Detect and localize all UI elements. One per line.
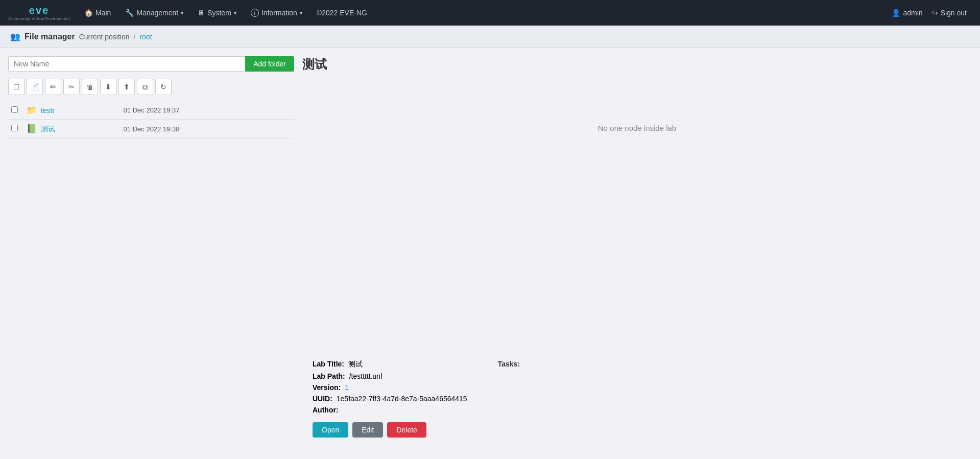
row-date-col: 01 Dec 2022 19:37 bbox=[121, 101, 294, 120]
lab-author-label: Author: bbox=[313, 406, 339, 414]
lab-uuid-label: UUID: bbox=[313, 395, 332, 403]
nav-item-information[interactable]: i Information ▾ bbox=[245, 0, 308, 26]
breadcrumb-separator: / bbox=[134, 33, 136, 41]
navbar-right: 👤 admin ↪ Sign out bbox=[892, 9, 972, 17]
edit-button[interactable]: ✏ bbox=[45, 79, 61, 95]
lab-title-value: 测试 bbox=[348, 360, 363, 368]
lab-path-label: Lab Path: bbox=[313, 372, 345, 380]
dropdown-arrow-system: ▾ bbox=[234, 10, 236, 16]
row-checkbox[interactable] bbox=[11, 106, 18, 113]
wrench-icon: 🔧 bbox=[125, 9, 134, 17]
row-date-col: 01 Dec 2022 19:38 bbox=[121, 120, 294, 139]
lab-icon: 📗 bbox=[27, 124, 37, 133]
refresh-button[interactable]: ↻ bbox=[155, 79, 172, 95]
lab-author-row: Author: bbox=[313, 406, 467, 414]
table-row: 📁 testr 01 Dec 2022 19:37 bbox=[8, 101, 294, 120]
cut-button[interactable]: ✂ bbox=[63, 79, 80, 95]
row-checkbox[interactable] bbox=[11, 125, 18, 131]
admin-user[interactable]: 👤 admin bbox=[892, 9, 922, 17]
new-name-input[interactable] bbox=[8, 56, 245, 72]
signout-icon: ↪ bbox=[932, 9, 938, 17]
copyright: ©2022 EVE-NG bbox=[310, 9, 373, 17]
file-manager-title: File manager bbox=[25, 32, 75, 41]
brand-logo: eve Community Virtual Environment bbox=[8, 5, 70, 21]
main-content: Add folder ☐ 📄 ✏ ✂ 🗑 ⬇ ⬆ ⧉ ↻ bbox=[0, 48, 980, 456]
lab-uuid-row: UUID: 1e5faa22-7ff3-4a7d-8e7a-5aaa465644… bbox=[313, 395, 467, 403]
lab-title-label: Lab Title: bbox=[313, 360, 344, 368]
lab-uuid-value: 1e5faa22-7ff3-4a7d-8e7a-5aaa46564415 bbox=[337, 395, 467, 403]
dropdown-arrow-management: ▾ bbox=[181, 10, 183, 16]
left-panel: Add folder ☐ 📄 ✏ ✂ 🗑 ⬇ ⬆ ⧉ ↻ bbox=[8, 56, 294, 448]
edit-lab-button[interactable]: Edit bbox=[352, 422, 383, 438]
lab-version-value: 1 bbox=[345, 383, 349, 392]
breadcrumb-current-label: Current position bbox=[79, 33, 130, 41]
new-file-button[interactable]: 📄 bbox=[27, 79, 43, 95]
nav-item-main[interactable]: 🏠 Main bbox=[78, 0, 117, 26]
tasks-section: Tasks: bbox=[498, 360, 520, 438]
lab-path-row: Lab Path: /testtttt.unl bbox=[313, 372, 467, 380]
no-node-message: No one node inside lab bbox=[302, 124, 972, 360]
file-name-link[interactable]: testr bbox=[41, 106, 55, 114]
lab-version-label: Version: bbox=[313, 383, 341, 392]
brand-subtitle: Community Virtual Environment bbox=[8, 16, 70, 21]
right-panel: 测试 No one node inside lab Lab Title: 测试 … bbox=[302, 56, 972, 448]
nav-item-management[interactable]: 🔧 Management ▾ bbox=[119, 0, 189, 26]
lab-actions: Open Edit Delete bbox=[313, 422, 467, 438]
lab-title-row: Lab Title: 测试 bbox=[313, 360, 467, 369]
file-toolbar: ☐ 📄 ✏ ✂ 🗑 ⬇ ⬆ ⧉ ↻ bbox=[8, 77, 294, 97]
lab-path-value: /testtttt.unl bbox=[349, 372, 383, 380]
tasks-label: Tasks: bbox=[498, 360, 520, 368]
home-icon: 🏠 bbox=[84, 9, 93, 17]
table-row: 📗 测试 01 Dec 2022 19:38 bbox=[8, 120, 294, 139]
brand-title: eve bbox=[29, 5, 49, 16]
row-name-col[interactable]: 📁 testr bbox=[23, 101, 121, 120]
navbar: eve Community Virtual Environment 🏠 Main… bbox=[0, 0, 980, 26]
lab-details: Lab Title: 测试 Lab Path: /testtttt.unl Ve… bbox=[313, 360, 467, 438]
download-button[interactable]: ⬇ bbox=[100, 79, 116, 95]
lab-info-section: Lab Title: 测试 Lab Path: /testtttt.unl Ve… bbox=[302, 360, 972, 448]
signout-button[interactable]: ↪ Sign out bbox=[927, 9, 972, 17]
upload-button[interactable]: ⬆ bbox=[118, 79, 135, 95]
row-checkbox-col bbox=[8, 120, 23, 139]
add-folder-button[interactable]: Add folder bbox=[245, 56, 294, 72]
row-checkbox-col bbox=[8, 101, 23, 120]
row-name-col[interactable]: 📗 测试 bbox=[23, 120, 121, 139]
delete-lab-button[interactable]: Delete bbox=[387, 422, 426, 438]
breadcrumb-bar: 👥 File manager Current position / root bbox=[0, 26, 980, 48]
delete-button[interactable]: 🗑 bbox=[82, 79, 98, 95]
lab-name-link[interactable]: 测试 bbox=[41, 125, 55, 133]
nav-item-system[interactable]: 🖥 System ▾ bbox=[192, 0, 243, 26]
open-button[interactable]: Open bbox=[313, 422, 348, 438]
file-manager-icon: 👥 bbox=[10, 32, 20, 41]
folder-icon: 📁 bbox=[27, 106, 37, 114]
add-folder-row: Add folder bbox=[8, 56, 294, 72]
file-list: 📁 testr 01 Dec 2022 19:37 📗 测试 01 Dec 20… bbox=[8, 101, 294, 139]
select-all-button[interactable]: ☐ bbox=[8, 79, 25, 95]
lab-info-inner: Lab Title: 测试 Lab Path: /testtttt.unl Ve… bbox=[313, 360, 962, 438]
info-icon: i bbox=[251, 9, 259, 17]
copy-button[interactable]: ⧉ bbox=[137, 79, 153, 95]
lab-title-display: 测试 bbox=[302, 56, 972, 73]
dropdown-arrow-info: ▾ bbox=[300, 10, 302, 16]
breadcrumb-root-link[interactable]: root bbox=[139, 33, 152, 41]
user-icon: 👤 bbox=[892, 9, 900, 17]
display-icon: 🖥 bbox=[198, 9, 205, 17]
lab-version-row: Version: 1 bbox=[313, 383, 467, 392]
